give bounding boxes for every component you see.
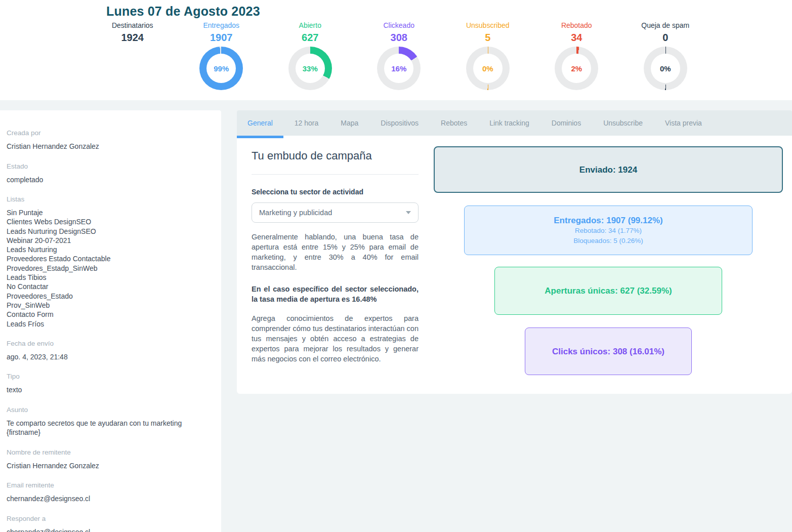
- list-item: Leads Nurturing DesignSEO: [7, 227, 208, 236]
- stat-label: Entregados: [177, 21, 266, 29]
- tab-mapa[interactable]: Mapa: [329, 110, 369, 136]
- stat-rebotado: Rebotado 34 2%: [532, 21, 621, 90]
- stat-label: Destinatarios: [88, 21, 177, 29]
- stat-label: Clickeado: [355, 21, 444, 29]
- funnel-box-title: Clicks únicos: 308 (16.01%): [552, 346, 664, 357]
- donut-chart-entregados: 99%: [199, 47, 243, 90]
- list-item: Prov_SinWeb: [7, 301, 208, 310]
- tab-dispositivos[interactable]: Dispositivos: [369, 110, 430, 136]
- stat-clickeado: Clickeado 308 16%: [355, 21, 444, 90]
- field-label-creada-por: Creada por: [7, 129, 208, 137]
- list-item: Proveedores Estado Contactable: [7, 254, 208, 263]
- field-value-asunto: Te comparto secretos que te ayudaran con…: [7, 419, 208, 437]
- tab-vista-previa[interactable]: Vista previa: [654, 110, 713, 136]
- tab-general[interactable]: General: [237, 110, 283, 136]
- sector-select[interactable]: Marketing y publicidad: [252, 202, 419, 223]
- field-label-email-remitente: Email remitente: [7, 481, 208, 489]
- stats-row: Destinatarios 1924 Entregados 1907 99% A…: [88, 21, 710, 90]
- stat-abierto: Abierto 627 33%: [266, 21, 355, 90]
- funnel-box-subline-bloqueados: Bloqueados: 5 (0.26%): [573, 236, 643, 246]
- field-label-tipo: Tipo: [7, 373, 208, 380]
- field-value-fecha-envio: ago. 4, 2023, 21:48: [7, 352, 208, 362]
- tab-12-hora[interactable]: 12 hora: [283, 110, 329, 136]
- stat-queja-de-spam: Queja de spam 0 0%: [621, 21, 710, 90]
- funnel-box-title: Entregados: 1907 (99.12%): [554, 215, 662, 226]
- stat-value: 1924: [88, 32, 177, 43]
- list-item: Clientes Webs DesignSEO: [7, 217, 208, 226]
- list-item: Webinar 20-07-2021: [7, 236, 208, 245]
- donut-percentage: 0%: [644, 47, 687, 90]
- stat-label: Abierto: [266, 21, 355, 29]
- list-item: Leads Nurturing: [7, 245, 208, 254]
- tab-dominios[interactable]: Dominios: [540, 110, 592, 136]
- chevron-down-icon: [406, 211, 411, 214]
- stat-value: 1907: [177, 32, 266, 43]
- sector-average-paragraph: En el caso específico del sector selecci…: [252, 284, 419, 304]
- stat-value: 34: [532, 32, 621, 43]
- list-item: Leads Fríos: [7, 319, 208, 329]
- listas-list: Sin Puntaje Clientes Webs DesignSEO Lead…: [7, 208, 208, 329]
- field-label-listas: Listas: [7, 195, 208, 203]
- funnel-box-title: Enviado: 1924: [579, 165, 637, 175]
- field-label-responder-a: Responder a: [7, 515, 208, 522]
- stat-value: 627: [266, 32, 355, 43]
- donut-percentage: 16%: [377, 47, 421, 90]
- list-item: No Contactar: [7, 282, 208, 291]
- field-label-estado: Estado: [7, 162, 208, 170]
- stat-label: Queja de spam: [621, 21, 710, 29]
- general-tab-panel: Tu embudo de campaña Selecciona tu secto…: [237, 136, 792, 394]
- stat-unsubscribed: Unsubscribed 5 0%: [443, 21, 532, 90]
- field-value-creada-por: Cristian Hernandez Gonzalez: [7, 142, 208, 151]
- stat-value: 5: [443, 32, 532, 43]
- tab-link-tracking[interactable]: Link tracking: [478, 110, 540, 136]
- tab-rebotes[interactable]: Rebotes: [430, 110, 478, 136]
- list-item: Proveedores_Estado: [7, 292, 208, 301]
- field-value-email-remitente: chernandez@designseo.cl: [7, 494, 208, 504]
- donut-percentage: 33%: [288, 47, 332, 90]
- divider: [252, 174, 419, 175]
- campaign-funnel: Enviado: 1924 Entregados: 1907 (99.12%) …: [425, 136, 792, 375]
- panel-heading: Tu embudo de campaña: [252, 149, 419, 162]
- funnel-box-aperturas: Aperturas únicas: 627 (32.59%): [494, 267, 722, 315]
- donut-percentage: 99%: [199, 47, 243, 90]
- donut-chart-abierto: 33%: [288, 47, 332, 90]
- donut-percentage: 0%: [466, 47, 510, 90]
- field-value-responder-a: chernandez@designseo.cl: [7, 527, 208, 532]
- open-rate-info-paragraph: Generalmente hablando, una buena tasa de…: [252, 232, 419, 272]
- sector-select-value: Marketing y publicidad: [259, 209, 332, 217]
- stat-entregados: Entregados 1907 99%: [177, 21, 266, 90]
- tab-unsubscribe[interactable]: Unsubscribe: [592, 110, 654, 136]
- expert-insights-paragraph: Agrega conocimientos de expertos para co…: [252, 313, 419, 364]
- stat-value: 0: [621, 32, 710, 43]
- field-value-tipo: texto: [7, 385, 208, 395]
- list-item: Provedores_Estadp_SinWeb: [7, 264, 208, 273]
- field-label-fecha-envio: Fecha de envío: [7, 340, 208, 347]
- stat-destinatarios: Destinatarios 1924: [88, 21, 177, 90]
- field-value-nombre-remitente: Cristian Hernandez Gonzalez: [7, 461, 208, 471]
- stat-label: Rebotado: [532, 21, 621, 29]
- stat-label: Unsubscribed: [443, 21, 532, 29]
- donut-chart-unsubscribed: 0%: [466, 47, 510, 90]
- list-item: Leads Tibios: [7, 273, 208, 282]
- report-tabs: General 12 hora Mapa Dispositivos Rebote…: [237, 110, 792, 136]
- donut-chart-clickeado: 16%: [377, 47, 421, 90]
- funnel-box-clicks: Clicks únicos: 308 (16.01%): [525, 328, 692, 375]
- stat-value: 308: [355, 32, 444, 43]
- campaign-details-sidebar: Creada por Cristian Hernandez Gonzalez E…: [0, 110, 221, 532]
- funnel-box-entregados: Entregados: 1907 (99.12%) Rebotado: 34 (…: [464, 206, 753, 255]
- list-item: Sin Puntaje: [7, 208, 208, 217]
- list-item: Contacto Form: [7, 310, 208, 319]
- donut-chart-queja-de-spam: 0%: [644, 47, 687, 90]
- field-label-nombre-remitente: Nombre de remitente: [7, 448, 208, 456]
- field-value-estado: completado: [7, 175, 208, 185]
- donut-chart-rebotado: 2%: [555, 47, 598, 90]
- funnel-settings-column: Tu embudo de campaña Selecciona tu secto…: [252, 136, 419, 364]
- funnel-box-subline-rebotado: Rebotado: 34 (1.77%): [575, 226, 642, 236]
- funnel-box-enviado: Enviado: 1924: [434, 146, 783, 193]
- field-label-asunto: Asunto: [7, 406, 208, 414]
- funnel-box-title: Aperturas únicas: 627 (32.59%): [545, 285, 672, 296]
- page-title: Lunes 07 de Agosto 2023: [106, 4, 260, 19]
- campaign-summary-header: Lunes 07 de Agosto 2023 Destinatarios 19…: [0, 0, 792, 100]
- donut-percentage: 2%: [555, 47, 598, 90]
- sector-select-label: Selecciona tu sector de actividad: [252, 188, 419, 196]
